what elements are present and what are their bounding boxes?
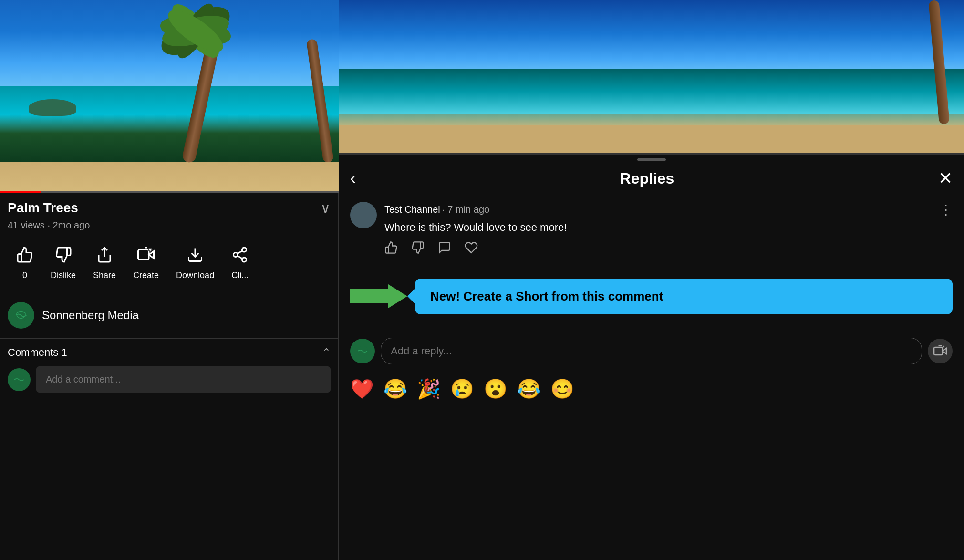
create-button[interactable]: Create xyxy=(124,242,167,284)
reply-comment: Test Channel · 7 min ago ⋮ Where is this… xyxy=(339,196,964,263)
svg-point-16 xyxy=(242,258,247,262)
video-title: Palm Trees xyxy=(8,200,78,216)
video-info: Palm Trees ∨ xyxy=(0,193,338,220)
drag-handle[interactable] xyxy=(339,155,964,165)
emoji-row: ❤️ 😂 🎉 😢 😮 😂 😊 xyxy=(339,372,964,406)
video-progress-fill xyxy=(0,191,41,193)
new-feature-area: New! Create a Short from this comment xyxy=(339,267,964,326)
svg-marker-7 xyxy=(149,251,154,259)
right-video-thumbnail[interactable] xyxy=(339,0,964,153)
svg-line-18 xyxy=(238,251,242,254)
back-button[interactable]: ‹ xyxy=(350,168,356,188)
reply-like-button[interactable] xyxy=(384,241,398,258)
add-reply-input[interactable] xyxy=(381,338,922,364)
channel-avatar xyxy=(8,302,34,329)
island-bg xyxy=(29,99,76,116)
like-button[interactable]: 0 xyxy=(8,242,42,284)
svg-rect-24 xyxy=(934,347,943,355)
download-icon xyxy=(187,246,204,268)
reply-author-name: Test Channel xyxy=(384,204,440,215)
download-button[interactable]: Download xyxy=(167,242,223,284)
reply-heart-button[interactable] xyxy=(465,241,478,258)
clip-label: Cli... xyxy=(231,270,249,280)
reply-reply-button[interactable] xyxy=(438,241,451,258)
video-age: 2mo ago xyxy=(53,220,90,230)
create-icon xyxy=(137,246,155,268)
close-button[interactable]: ✕ xyxy=(938,168,953,188)
comments-header: Comments 1 ⌃ xyxy=(8,346,331,359)
replies-title: Replies xyxy=(356,170,938,187)
reply-time: · xyxy=(442,204,447,215)
like-count: 0 xyxy=(22,270,27,280)
reply-user-avatar xyxy=(350,339,375,363)
download-label: Download xyxy=(176,270,214,280)
comment-input-row xyxy=(8,366,331,393)
emoji-laugh[interactable]: 😂 xyxy=(384,378,407,400)
svg-line-17 xyxy=(238,256,242,259)
svg-rect-8 xyxy=(138,250,149,260)
palm-leaves xyxy=(143,2,248,79)
comment-options-button[interactable]: ⋮ xyxy=(939,202,953,218)
action-bar: 0 Dislike Share xyxy=(0,239,338,292)
reply-author-row: Test Channel · 7 min ago ⋮ xyxy=(384,202,953,218)
share-label: Share xyxy=(93,270,116,280)
right-sea-bg xyxy=(339,69,964,114)
replies-header: ‹ Replies ✕ xyxy=(339,165,964,196)
reply-action-buttons xyxy=(384,241,953,258)
share-icon xyxy=(96,246,113,268)
comments-count: 1 xyxy=(61,346,67,358)
reply-time-value: 7 min ago xyxy=(447,204,489,215)
comments-sort-icon[interactable]: ⌃ xyxy=(322,346,331,359)
vegetation-bg xyxy=(0,114,339,162)
create-label: Create xyxy=(133,270,159,280)
reply-dislike-button[interactable] xyxy=(411,241,425,258)
svg-marker-23 xyxy=(943,348,946,354)
clip-icon xyxy=(231,246,249,268)
video-views: 41 views xyxy=(8,220,45,230)
emoji-sad[interactable]: 😢 xyxy=(450,378,474,400)
clip-button[interactable]: Cli... xyxy=(223,242,257,284)
comments-section: Comments 1 ⌃ xyxy=(0,339,338,400)
share-button[interactable]: Share xyxy=(84,242,124,284)
emoji-wow[interactable]: 😮 xyxy=(484,378,508,400)
right-panel: ‹ Replies ✕ Test Channel · 7 min ago ⋮ W… xyxy=(339,0,964,560)
green-arrow-icon xyxy=(350,282,407,311)
emoji-heart[interactable]: ❤️ xyxy=(350,378,374,400)
reply-comment-text: Where is this? Would love to see more! xyxy=(384,220,953,235)
comments-title: Comments 1 xyxy=(8,346,67,359)
emoji-party[interactable]: 🎉 xyxy=(417,378,441,400)
drag-handle-bar xyxy=(637,158,666,161)
reply-commenter-avatar xyxy=(350,202,377,228)
svg-point-14 xyxy=(242,248,247,252)
reply-create-short-button[interactable] xyxy=(928,339,953,363)
channel-name: Sonnenberg Media xyxy=(42,309,139,322)
video-meta: 41 views · 2mo ago xyxy=(0,220,338,239)
dislike-icon xyxy=(55,246,72,268)
svg-marker-21 xyxy=(350,284,407,308)
reply-comment-content: Test Channel · 7 min ago ⋮ Where is this… xyxy=(384,202,953,258)
video-thumbnail[interactable] xyxy=(0,0,339,191)
channel-row[interactable]: Sonnenberg Media xyxy=(0,292,338,339)
dislike-button[interactable]: Dislike xyxy=(42,242,84,284)
video-progress-bar[interactable] xyxy=(0,191,339,193)
emoji-laugh2[interactable]: 😂 xyxy=(517,378,541,400)
create-short-feature-bubble[interactable]: New! Create a Short from this comment xyxy=(415,279,953,314)
dislike-label: Dislike xyxy=(51,270,76,280)
emoji-smile[interactable]: 😊 xyxy=(550,378,574,400)
collapse-button[interactable]: ∨ xyxy=(321,200,331,216)
reply-input-row xyxy=(339,330,964,372)
right-sand-bg xyxy=(339,125,964,153)
add-comment-input[interactable] xyxy=(36,366,331,393)
like-icon xyxy=(16,246,33,268)
create-short-feature-text: New! Create a Short from this comment xyxy=(430,289,663,303)
left-panel: Palm Trees ∨ 41 views · 2mo ago 0 xyxy=(0,0,339,560)
user-avatar xyxy=(8,368,31,391)
svg-point-15 xyxy=(234,253,238,257)
